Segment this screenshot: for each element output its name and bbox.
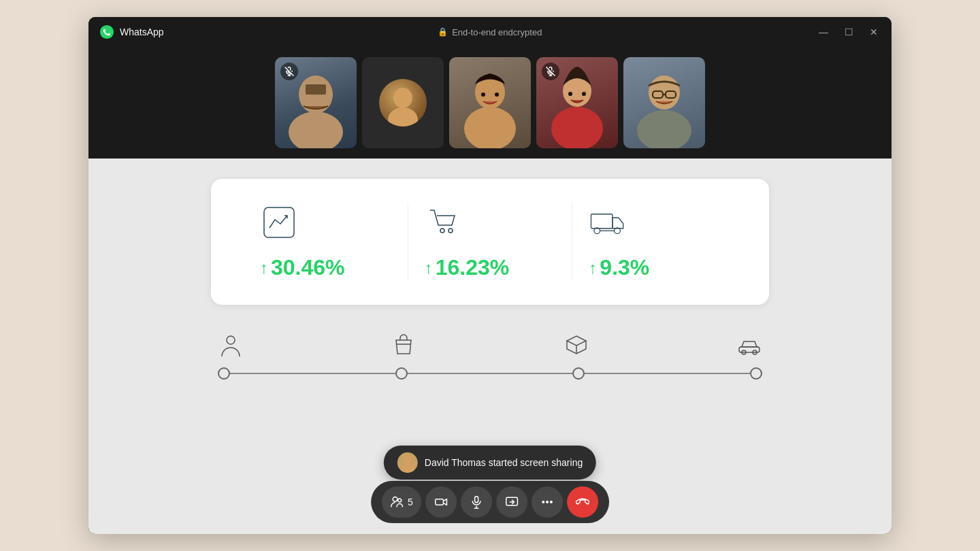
participant-face-3 bbox=[449, 57, 531, 148]
journey-line-2 bbox=[408, 373, 573, 374]
journey-line-1 bbox=[230, 373, 395, 374]
metric-chart: ↑ 30.46% bbox=[244, 203, 408, 280]
more-options-icon bbox=[540, 495, 554, 509]
svg-point-49 bbox=[546, 501, 549, 503]
participant-tile-5[interactable] bbox=[623, 57, 705, 148]
metric-cart: ↑ 16.23% bbox=[408, 203, 573, 280]
video-icon bbox=[434, 495, 448, 509]
encryption-text: End-to-end endcrypted bbox=[452, 27, 542, 37]
svg-point-38 bbox=[404, 456, 412, 465]
lock-icon: 🔒 bbox=[438, 27, 448, 37]
toast-avatar bbox=[397, 452, 418, 473]
minimize-button[interactable]: — bbox=[816, 26, 831, 38]
svg-point-32 bbox=[227, 336, 235, 344]
call-controls-bar: 5 bbox=[371, 481, 609, 523]
participant-face-4 bbox=[536, 57, 618, 148]
svg-point-48 bbox=[542, 501, 544, 503]
svg-rect-43 bbox=[474, 497, 478, 503]
svg-point-26 bbox=[440, 229, 444, 233]
svg-rect-42 bbox=[436, 499, 444, 505]
journey-step-car bbox=[736, 332, 762, 361]
end-call-button[interactable] bbox=[567, 486, 598, 518]
journey-section bbox=[211, 332, 769, 380]
metric-arrow-3: ↑ bbox=[589, 258, 597, 278]
metric-value-2: ↑ 16.23% bbox=[425, 255, 510, 280]
metric-arrow-1: ↑ bbox=[260, 258, 268, 278]
journey-dot-2 bbox=[395, 367, 408, 380]
bag-icon bbox=[391, 332, 416, 361]
close-button[interactable]: ✕ bbox=[867, 26, 881, 38]
svg-point-17 bbox=[551, 107, 603, 148]
more-options-button[interactable] bbox=[532, 486, 563, 518]
whatsapp-logo-icon bbox=[99, 24, 114, 39]
svg-point-40 bbox=[393, 497, 397, 502]
end-call-icon bbox=[576, 495, 589, 509]
title-bar-left: WhatsApp bbox=[99, 24, 164, 39]
screen-sharing-toast: David Thomas started screen sharing bbox=[384, 446, 596, 480]
svg-point-0 bbox=[100, 25, 114, 39]
svg-point-27 bbox=[448, 229, 453, 233]
app-window: WhatsApp 🔒 End-to-end endcrypted — ☐ ✕ bbox=[88, 17, 892, 534]
share-screen-icon bbox=[505, 495, 519, 509]
share-screen-button[interactable] bbox=[496, 486, 527, 518]
toast-message: David Thomas started screen sharing bbox=[425, 457, 583, 468]
svg-point-8 bbox=[388, 107, 418, 127]
participant-tile-3[interactable] bbox=[449, 57, 531, 148]
title-bar: WhatsApp 🔒 End-to-end endcrypted — ☐ ✕ bbox=[88, 17, 892, 47]
toast-avatar-face-icon bbox=[397, 452, 418, 473]
metric-value-3: ↑ 9.3% bbox=[589, 255, 649, 280]
david-thomas-avatar bbox=[379, 79, 427, 127]
svg-point-50 bbox=[550, 501, 552, 503]
person-icon bbox=[218, 332, 244, 361]
car-icon bbox=[736, 332, 762, 361]
metric-value-1: ↑ 30.46% bbox=[260, 255, 345, 280]
journey-step-bag bbox=[391, 332, 416, 361]
journey-line-3 bbox=[585, 373, 750, 374]
participant-face-1 bbox=[275, 57, 357, 148]
journey-icons-row bbox=[211, 332, 769, 361]
tile-avatar-wrap bbox=[362, 57, 444, 148]
window-controls: — ☐ ✕ bbox=[816, 26, 881, 38]
metrics-card: ↑ 30.46% ↑ 16.23% bbox=[211, 179, 769, 305]
delivery-icon bbox=[589, 203, 627, 244]
participant-face-5 bbox=[623, 57, 705, 148]
participant-tile-1[interactable] bbox=[275, 57, 357, 148]
journey-step-box bbox=[564, 332, 589, 361]
journey-dot-1 bbox=[218, 367, 230, 380]
participant-tile-4[interactable] bbox=[536, 57, 618, 148]
svg-point-10 bbox=[464, 107, 516, 148]
app-title: WhatsApp bbox=[120, 27, 164, 37]
svg-point-5 bbox=[289, 112, 343, 148]
microphone-button[interactable] bbox=[461, 486, 492, 518]
svg-point-19 bbox=[582, 92, 586, 96]
journey-dot-3 bbox=[572, 367, 585, 380]
svg-point-12 bbox=[495, 93, 499, 97]
metric-delivery: ↑ 9.3% bbox=[572, 203, 736, 280]
participants-count: 5 bbox=[408, 497, 413, 507]
participants-button[interactable]: 5 bbox=[382, 486, 421, 518]
avatar-face-icon bbox=[379, 79, 427, 127]
svg-point-11 bbox=[481, 93, 485, 97]
metric-arrow-2: ↑ bbox=[425, 258, 433, 278]
encryption-badge: 🔒 End-to-end endcrypted bbox=[438, 27, 542, 37]
journey-dot-4 bbox=[750, 367, 762, 380]
participant-tile-2[interactable] bbox=[362, 57, 444, 148]
cart-icon bbox=[425, 203, 463, 244]
svg-rect-6 bbox=[306, 84, 326, 95]
journey-step-person bbox=[218, 332, 244, 361]
microphone-icon bbox=[470, 495, 483, 509]
svg-point-21 bbox=[637, 110, 691, 148]
maximize-button[interactable]: ☐ bbox=[842, 26, 856, 38]
participants-strip bbox=[88, 47, 892, 158]
box-icon bbox=[564, 332, 589, 361]
svg-point-7 bbox=[393, 88, 412, 108]
chart-icon bbox=[260, 203, 298, 244]
svg-rect-28 bbox=[591, 214, 613, 229]
participants-icon bbox=[390, 495, 404, 509]
shared-screen-content: ↑ 30.46% ↑ 16.23% bbox=[88, 158, 892, 534]
svg-point-41 bbox=[398, 499, 402, 502]
journey-timeline bbox=[211, 367, 769, 380]
svg-point-18 bbox=[568, 92, 572, 96]
video-button[interactable] bbox=[425, 486, 457, 518]
